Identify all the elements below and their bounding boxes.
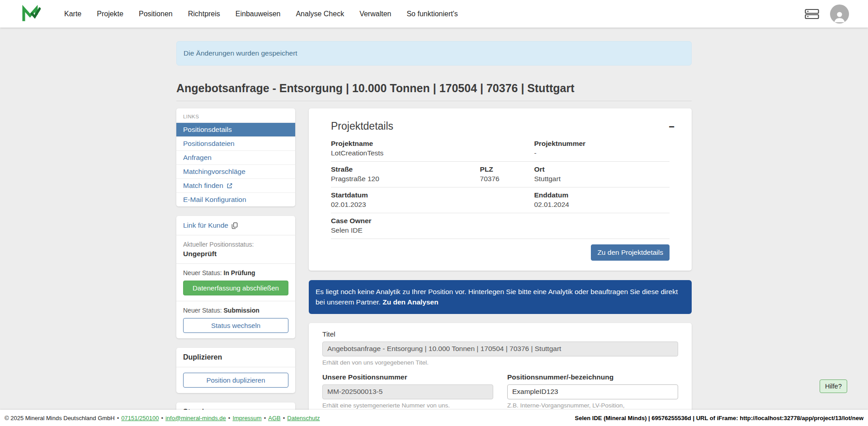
next-status-section-2: Neuer Status: Submission Status wechseln <box>176 301 295 338</box>
separator-dot: • <box>228 415 231 421</box>
duplicate-button-section: Position duplizieren <box>176 367 295 393</box>
field-ort: Ort Stuttgart <box>534 165 670 183</box>
sidebar-item-positionsdetails[interactable]: Positionsdetails <box>176 122 295 136</box>
duplicate-position-label: Position duplizieren <box>206 376 265 384</box>
field-value: 02.01.2023 <box>331 201 534 209</box>
user-avatar[interactable] <box>830 5 849 23</box>
field-enddatum: Enddatum 02.01.2024 <box>534 191 670 209</box>
help-button[interactable]: Hilfe? <box>820 379 847 393</box>
nav-item-einbauweisen[interactable]: Einbauweisen <box>236 10 281 18</box>
field-label: Case Owner <box>331 217 670 225</box>
customer-link-section: Link für Kunde <box>176 216 295 235</box>
titel-helper: Erhält den von uns vorgegebenen Titel. <box>322 359 678 366</box>
copyright-text: © 2025 Mineral Minds Deutschland GmbH <box>5 415 115 421</box>
field-label: Enddatum <box>534 191 670 199</box>
field-startdatum: Startdatum 02.01.2023 <box>331 191 534 209</box>
field-label: Startdatum <box>331 191 534 199</box>
project-details-actions: Zu den Projektdetails <box>331 244 670 261</box>
footer-left: © 2025 Mineral Minds Deutschland GmbH • … <box>5 415 320 421</box>
sidebar-item-anfragen[interactable]: Anfragen <box>176 150 295 164</box>
field-plz: PLZ 70376 <box>480 165 534 183</box>
footer-link-agb[interactable]: AGB <box>268 415 280 421</box>
field-value: 70376 <box>480 175 534 183</box>
footer-link-email[interactable]: info@mineral-minds.de <box>165 415 226 421</box>
field-strasse: Straße Pragstraße 120 <box>331 165 480 183</box>
nav-item-karte[interactable]: Karte <box>64 10 81 18</box>
app-viewport: Karte Projekte Positionen Richtpreis Ein… <box>0 0 868 426</box>
session-info: Selen IDE (Mineral Minds) | 69576255536d… <box>575 415 863 421</box>
field-label: PLZ <box>480 165 534 173</box>
top-navbar: Karte Projekte Positionen Richtpreis Ein… <box>0 0 868 28</box>
nav-item-projekte[interactable]: Projekte <box>97 10 123 18</box>
duplicate-card-title: Duplizieren <box>183 353 288 361</box>
saved-alert: Die Änderungen wurden gespeichert <box>176 41 692 66</box>
footer-link-phone[interactable]: 07151/250100 <box>121 415 159 421</box>
nav-item-so-funktionierts[interactable]: So funktioniert's <box>406 10 458 18</box>
custom-number-input[interactable] <box>507 384 678 399</box>
separator-dot: • <box>264 415 266 421</box>
detail-row: Projektname LotCreationTests Projektnumm… <box>331 136 670 162</box>
nav-item-analyse-check[interactable]: Analyse Check <box>296 10 344 18</box>
number-fields-row: Unsere Positionsnummer Erhält eine syste… <box>322 373 678 416</box>
complete-data-entry-label: Datenerfassung abschließen <box>193 284 279 292</box>
external-link-icon <box>226 183 232 189</box>
switch-status-button[interactable]: Status wechseln <box>183 318 288 333</box>
server-stack-icon[interactable] <box>805 9 819 19</box>
duplicate-card: Duplizieren Position duplizieren <box>176 348 295 393</box>
detail-row: Startdatum 02.01.2023 Enddatum 02.01.202… <box>331 187 670 213</box>
sidebar-item-positionsdateien[interactable]: Positionsdateien <box>176 136 295 150</box>
field-value: Stuttgart <box>534 175 670 183</box>
sidebar-item-label: Anfragen <box>183 154 212 162</box>
current-status-label: Aktueller Positionsstatus: <box>183 241 288 248</box>
status-card: Link für Kunde Aktueller Positionsstatus… <box>176 216 295 338</box>
sidebar-item-email-konfiguration[interactable]: E-Mail Konfiguration <box>176 192 295 206</box>
our-number-input <box>322 384 493 399</box>
separator-dot: • <box>283 415 285 421</box>
sidebar-item-label: Positionsdateien <box>183 140 235 148</box>
detail-row: Case Owner Selen IDE <box>331 213 670 239</box>
our-number-helper: Erhält eine systemgenerierte Nummer von … <box>322 402 493 409</box>
nav-item-richtpreis[interactable]: Richtpreis <box>188 10 220 18</box>
main-column: Projektdetails − Projektname LotCreation… <box>309 108 692 426</box>
help-button-label: Hilfe? <box>825 383 842 390</box>
analytics-banner: Es liegt noch keine Analytik zu Ihrer Po… <box>309 280 692 314</box>
sidebar-item-label: Positionsdetails <box>183 126 232 134</box>
nav-item-verwalten[interactable]: Verwalten <box>359 10 391 18</box>
duplicate-position-button[interactable]: Position duplizieren <box>183 373 288 388</box>
next-status-label: Neuer Status: <box>183 307 222 314</box>
sidebar: LINKS Positionsdetails Positionsdateien … <box>176 108 295 426</box>
field-value: - <box>534 149 670 157</box>
field-projektname: Projektname LotCreationTests <box>331 140 534 157</box>
switch-status-label: Status wechseln <box>211 322 260 329</box>
collapse-card-button[interactable]: − <box>669 122 675 132</box>
footer-link-datenschutz[interactable]: Datenschutz <box>287 415 320 421</box>
our-number-label: Unsere Positionsnummer <box>322 373 493 381</box>
sidebar-item-match-finden[interactable]: Match finden <box>176 178 295 192</box>
next-status-line: Neuer Status: In Prüfung <box>183 269 288 276</box>
our-number-field: Unsere Positionsnummer Erhält eine syste… <box>322 373 493 416</box>
nav-item-positionen[interactable]: Positionen <box>139 10 173 18</box>
customer-link[interactable]: Link für Kunde <box>183 221 238 229</box>
next-status-line: Neuer Status: Submission <box>183 307 288 314</box>
go-to-project-details-button[interactable]: Zu den Projektdetails <box>591 244 670 261</box>
complete-data-entry-button[interactable]: Datenerfassung abschließen <box>183 281 288 295</box>
field-label: Ort <box>534 165 670 173</box>
footer-link-impressum[interactable]: Impressum <box>232 415 261 421</box>
brand-logo-icon[interactable] <box>22 4 42 24</box>
field-case-owner: Case Owner Selen IDE <box>331 217 670 234</box>
sidebar-item-label: Matchingvorschläge <box>183 168 245 176</box>
sidebar-item-matchingvorschlaege[interactable]: Matchingvorschläge <box>176 164 295 178</box>
custom-number-field: Positionsnummer/-bezeichnung Z.B. Intern… <box>507 373 678 416</box>
field-value: Pragstraße 120 <box>331 175 480 183</box>
copy-icon <box>231 222 238 229</box>
custom-number-label: Positionsnummer/-bezeichnung <box>507 373 678 381</box>
content-columns: LINKS Positionsdetails Positionsdateien … <box>176 108 692 426</box>
project-details-card: Projektdetails − Projektname LotCreation… <box>309 108 692 271</box>
separator-dot: • <box>161 415 163 421</box>
titel-input <box>322 342 678 356</box>
next-status-value: In Prüfung <box>224 269 255 276</box>
page-container: Die Änderungen wurden gespeichert Angebo… <box>176 41 692 426</box>
title-divider <box>176 101 692 101</box>
person-icon <box>832 9 847 23</box>
analytics-link[interactable]: Zu den Analysen <box>382 298 438 306</box>
